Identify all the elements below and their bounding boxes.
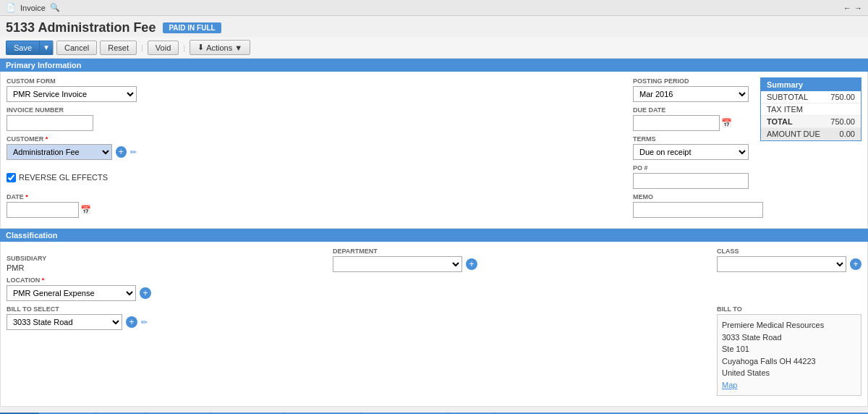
actions-icon: ⬇ [197,43,204,52]
subsidiary-label: SUBSIDIARY [7,255,93,262]
search-icon[interactable]: 🔍 [50,3,60,12]
add-department-button[interactable]: + [466,258,477,270]
reset-button[interactable]: Reset [100,41,137,55]
due-date-calendar-icon[interactable]: 📅 [721,118,732,128]
customer-label: CUSTOMER * [7,135,137,143]
due-date-input[interactable]: 3/31/2016 [633,115,720,131]
actions-button[interactable]: ⬇ Actions ▼ [190,40,250,55]
add-bill-to-button[interactable]: + [126,316,137,328]
summary-header: Summary [761,78,861,91]
po-label: PO # [633,164,749,172]
edit-customer-button[interactable]: ✏ [130,148,137,157]
primary-section-body: CUSTOM FORM PMR Service Invoice POSTING … [0,72,868,229]
po-input[interactable] [633,173,749,189]
tax-item-label: TAX ITEM [767,105,803,114]
due-date-label: DUE DATE [633,106,749,114]
reverse-gl-label: REVERSE GL EFFECTS [19,173,108,182]
department-select[interactable] [333,256,462,272]
custom-form-select[interactable]: PMR Service Invoice [7,86,137,102]
summary-subtotal-row: SUBTOTAL 750.00 [761,91,861,104]
customer-select[interactable]: Administration Fee [7,144,112,160]
void-button[interactable]: Void [148,41,179,55]
summary-total-row: TOTAL 750.00 [761,116,861,128]
classification-section: Classification SUBSIDIARY PMR DEPARTMENT… [0,229,868,407]
top-bar: 📄 Invoice 🔍 ← → [0,0,868,16]
page-title: 5133 Administration Fee [6,20,156,35]
subtotal-label: SUBTOTAL [767,93,808,101]
posting-period-select[interactable]: Mar 2016 [633,86,749,102]
classification-section-header: Classification [0,229,868,242]
location-select[interactable]: PMR General Expense [7,285,136,301]
department-label: DEPARTMENT [333,248,477,255]
total-value: 750.00 [830,117,855,126]
add-location-button[interactable]: + [140,287,151,299]
terms-label: TERMS [633,135,749,143]
bill-to-line-1: Premiere Medical Resources [722,319,856,331]
memo-label: MEMO [633,193,749,200]
status-badge: PAID IN FULL [163,22,221,33]
add-customer-button[interactable]: + [116,146,127,158]
total-label: TOTAL [767,117,793,126]
summary-box: Summary SUBTOTAL 750.00 TAX ITEM TOTAL 7… [760,77,861,141]
save-button[interactable]: Save [6,41,39,55]
amount-due-label: AMOUNT DUE [767,130,820,138]
posting-period-label: POSTING PERIOD [633,77,749,85]
bill-to-label: BILL TO [717,305,861,313]
date-calendar-icon[interactable]: 📅 [80,205,91,215]
actions-chevron: ▼ [234,43,242,52]
edit-bill-to-button[interactable]: ✏ [141,318,148,327]
bill-to-line-3: Ste 101 [722,343,856,355]
custom-form-label: CUSTOM FORM [7,77,137,85]
bill-to-address-box: Premiere Medical Resources 3033 State Ro… [717,314,861,396]
add-class-button[interactable]: + [850,258,861,270]
amount-due-value: 0.00 [840,130,855,138]
main-toolbar: Save ▼ Cancel Reset | Void | ⬇ Actions ▼ [0,37,868,59]
subtotal-value: 750.00 [830,93,855,101]
page-header: 5133 Administration Fee PAID IN FULL [0,16,868,37]
memo-input[interactable]: Monthly Administration Fee [633,202,763,218]
subsidiary-value: PMR [7,263,93,272]
reverse-gl-checkbox[interactable] [7,173,16,182]
bill-to-select[interactable]: 3033 State Road [7,314,122,330]
class-select[interactable] [717,256,846,272]
map-link[interactable]: Map [722,381,737,389]
app-title: Invoice [20,4,46,12]
summary-tax-row: TAX ITEM [761,104,861,116]
save-btn-group: Save ▼ [6,41,54,55]
invoice-number-label: INVOICE NUMBER [7,106,93,114]
location-label: LOCATION * [7,276,151,284]
save-dropdown-button[interactable]: ▼ [39,41,54,55]
summary-amount-due-row: AMOUNT DUE 0.00 [761,128,861,140]
primary-section: Primary Information CUSTOM FORM PMR Serv… [0,59,868,229]
cancel-button[interactable]: Cancel [56,41,97,55]
bill-to-line-5: United States [722,367,856,379]
back-icon[interactable]: ← [843,4,851,12]
bill-to-select-label: BILL TO SELECT [7,305,151,313]
classification-section-body: SUBSIDIARY PMR DEPARTMENT + CLASS + [0,242,868,407]
class-label: CLASS [717,248,861,255]
primary-section-header: Primary Information [0,59,868,72]
forward-icon[interactable]: → [854,4,862,12]
bill-to-line-4: Cuyahoga Falls OH 44223 [722,355,856,368]
terms-select[interactable]: Due on receipt [633,144,749,160]
invoice-icon: 📄 [6,3,16,12]
bill-to-line-2: 3033 State Road [722,331,856,344]
date-label: DATE * [7,193,93,200]
invoice-number-input[interactable]: 5133 [7,115,93,131]
date-input[interactable]: 3/31/2016 [7,202,79,218]
